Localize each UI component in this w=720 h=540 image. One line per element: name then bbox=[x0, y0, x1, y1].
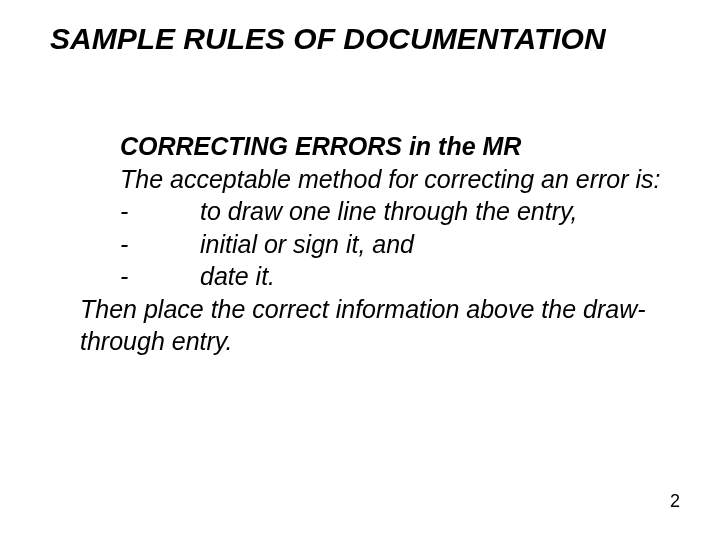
bullet-dash: - bbox=[120, 195, 200, 228]
body-intro: The acceptable method for correcting an … bbox=[120, 163, 670, 196]
page-number: 2 bbox=[670, 491, 680, 512]
body-closing: Then place the correct information above… bbox=[80, 293, 670, 358]
list-item: - to draw one line through the entry, bbox=[120, 195, 670, 228]
list-item: - initial or sign it, and bbox=[120, 228, 670, 261]
bullet-text: date it. bbox=[200, 260, 670, 293]
bullet-text: to draw one line through the entry, bbox=[200, 195, 670, 228]
bullet-dash: - bbox=[120, 228, 200, 261]
list-item: - date it. bbox=[120, 260, 670, 293]
slide: SAMPLE RULES OF DOCUMENTATION CORRECTING… bbox=[0, 0, 720, 540]
slide-title: SAMPLE RULES OF DOCUMENTATION bbox=[50, 22, 680, 56]
bullet-text: initial or sign it, and bbox=[200, 228, 670, 261]
slide-body: CORRECTING ERRORS in the MR The acceptab… bbox=[80, 130, 670, 358]
body-subheading: CORRECTING ERRORS in the MR bbox=[120, 130, 670, 163]
bullet-dash: - bbox=[120, 260, 200, 293]
